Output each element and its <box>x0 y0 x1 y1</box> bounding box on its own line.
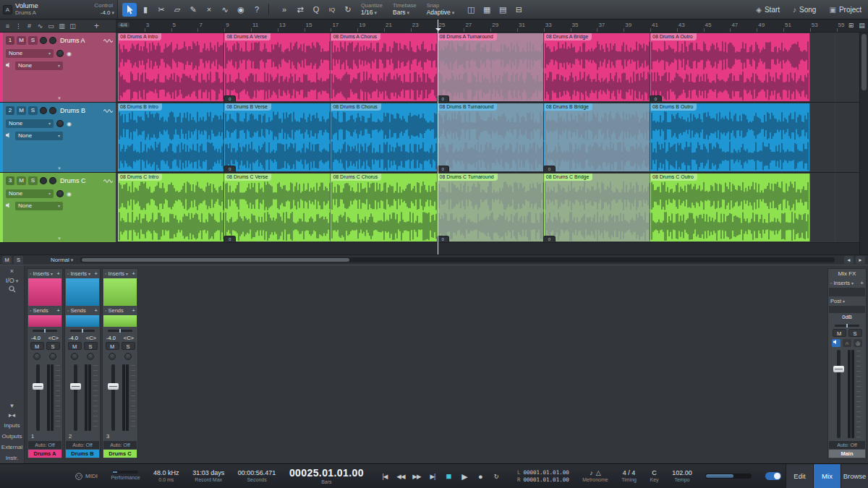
main-channel-name[interactable]: Main <box>829 450 865 458</box>
listen-tool[interactable]: ◉ <box>234 3 248 17</box>
channel-mute-button[interactable]: M <box>106 342 119 350</box>
project-page-button[interactable]: ▣Project <box>822 0 868 19</box>
io-select[interactable]: I/O <box>0 276 24 286</box>
audio-clip[interactable]: 08 Drums A Turnaround <box>438 33 544 101</box>
expand-track-icon[interactable]: ▾ <box>58 95 61 101</box>
paint-tool[interactable]: ✎ <box>186 3 200 17</box>
grid-view-button[interactable]: ▦ <box>480 3 494 17</box>
audio-clip[interactable]: 08 Drums B Outro <box>650 103 810 171</box>
expand-track-icon[interactable]: ▾ <box>58 236 61 241</box>
track-solo-button[interactable]: S <box>28 36 38 45</box>
talkback-icon[interactable]: ◎ <box>854 339 862 347</box>
seconds-display[interactable]: 00:00:56.471 Seconds <box>238 469 276 483</box>
audio-clip[interactable]: 08 Drums B Chorus <box>331 103 437 171</box>
track-monitor-button[interactable] <box>49 107 56 114</box>
scroll-left-button[interactable]: ◂ <box>844 256 854 264</box>
track-solo-button[interactable]: S <box>28 106 38 115</box>
channel-name[interactable]: Drums B <box>66 450 99 458</box>
add-track-button[interactable]: + <box>91 21 102 31</box>
track-solo-button[interactable]: S <box>28 176 38 185</box>
scroll-right-button[interactable]: ▸ <box>856 256 865 264</box>
main-volume-fader[interactable] <box>837 350 841 438</box>
track-output-select[interactable]: None▾ <box>15 202 63 210</box>
global-mute-button[interactable]: M <box>2 256 12 264</box>
audio-clip[interactable]: 08 Drums A Bridge <box>544 33 650 101</box>
track-output-select[interactable]: None▾ <box>15 132 63 140</box>
monitor-knob[interactable] <box>49 353 56 360</box>
tempo-display[interactable]: 102.00 Tempo <box>672 469 692 483</box>
input-gain-knob[interactable] <box>56 190 64 197</box>
sends-panel[interactable] <box>66 315 99 327</box>
clip-marker[interactable]: 0 <box>224 95 236 102</box>
inserts-panel[interactable] <box>28 278 61 306</box>
clip-marker[interactable]: 0 <box>543 236 556 242</box>
timebase-setting[interactable]: Timebase Bars <box>393 2 417 16</box>
loop-button[interactable]: ↻ <box>488 470 503 483</box>
automation-parameter-box[interactable]: A Volume Control Drums A -4.0 <box>0 0 118 19</box>
sends-header[interactable]: ◦Sends+ <box>27 306 62 315</box>
main-inserts-header[interactable]: ◦ Inserts ▾ + <box>828 278 866 288</box>
pan-control[interactable] <box>70 330 95 332</box>
view-options-button[interactable]: ▤ <box>856 20 867 30</box>
clip-marker[interactable]: 0 <box>650 95 662 102</box>
track-record-arm-button[interactable] <box>40 107 47 114</box>
record-button[interactable]: ● <box>472 470 488 483</box>
timeline-ruler[interactable]: 4/4 ⊞▤ 357911131517192123252729313335373… <box>116 20 868 32</box>
fader-handle[interactable] <box>70 383 81 390</box>
tab-browse[interactable]: Browse <box>841 464 868 488</box>
fader-handle[interactable] <box>108 383 119 390</box>
tab-edit[interactable]: Edit <box>786 464 813 488</box>
io-bank-inputs[interactable]: Inputs <box>0 420 24 431</box>
input-quantize-toggle[interactable]: IQ <box>325 3 339 17</box>
channel-automation-mode[interactable]: Auto: Off <box>103 441 137 449</box>
inserts-header[interactable]: ◦Inserts▾+ <box>103 269 137 278</box>
clip-marker[interactable]: 0 <box>224 236 236 242</box>
channel-solo-button[interactable]: S <box>46 342 60 350</box>
add-insert-button[interactable]: + <box>57 270 60 277</box>
snap-value[interactable]: Adaptive <box>427 9 455 16</box>
audio-clip[interactable]: 08 Drums C Bridge <box>544 174 650 241</box>
track-lane[interactable]: 08 Drums C Intro08 Drums C Verse008 Drum… <box>116 173 868 242</box>
loop-follow-toggle[interactable]: ↻ <box>341 3 355 17</box>
dual-view-button[interactable]: ◫ <box>464 3 478 17</box>
bend-tool[interactable]: ∿ <box>218 3 232 17</box>
block-view-button[interactable]: ▭ <box>46 21 56 31</box>
click-icon[interactable]: ♪ <box>590 469 593 477</box>
collapse-down-icon[interactable]: ▾ <box>0 401 24 411</box>
io-bank-instr[interactable]: Instr. <box>0 453 24 463</box>
bars-display[interactable]: 00025.01.01.00 Bars <box>289 467 364 485</box>
start-page-button[interactable]: ◈Start <box>749 0 786 19</box>
sends-panel[interactable] <box>28 315 61 327</box>
audio-clip[interactable]: 08 Drums A Intro <box>118 33 224 101</box>
track-header[interactable]: 1MSDrums ANone▾◉None▾▾ <box>0 33 116 102</box>
go-to-end-button[interactable]: ▶| <box>425 470 440 483</box>
track-input-select[interactable]: None▾ <box>6 49 54 58</box>
main-fader-handle[interactable] <box>833 366 844 372</box>
add-insert-button[interactable]: + <box>132 270 135 277</box>
pan-control[interactable] <box>108 330 132 332</box>
channel-automation-mode[interactable]: Auto: Off <box>66 441 99 449</box>
track-menu-button[interactable]: ≡ <box>2 21 13 31</box>
audio-clip[interactable]: 08 Drums C Intro <box>118 174 224 241</box>
inserts-panel[interactable] <box>66 278 99 306</box>
channel-name[interactable]: Drums C <box>103 450 137 458</box>
rewind-button[interactable]: ◀◀ <box>393 470 408 483</box>
track-header[interactable]: 2MSDrums BNone▾◉None▾▾ <box>0 103 116 172</box>
performance-indicator[interactable]: Performance <box>111 471 140 481</box>
main-pan-control[interactable] <box>835 325 859 327</box>
track-monitor-button[interactable] <box>49 37 56 44</box>
audio-clip[interactable]: 08 Drums C Verse <box>224 174 331 241</box>
add-send-button[interactable]: + <box>57 307 60 314</box>
sends-header[interactable]: ◦Sends+ <box>103 306 137 315</box>
audio-device-icon[interactable]: ⊟ <box>511 3 526 17</box>
close-console-icon[interactable]: × <box>0 267 24 276</box>
channel-volume-fader[interactable] <box>36 364 40 431</box>
arrange-view[interactable]: 1MSDrums ANone▾◉None▾▾08 Drums A Intro08… <box>0 33 868 254</box>
return-to-zero-button[interactable]: |◀ <box>377 470 392 483</box>
audio-clip[interactable]: 08 Drums A Chorus <box>331 33 437 101</box>
layers-view-button[interactable]: ▥ <box>56 21 67 31</box>
clip-marker[interactable]: 0 <box>437 95 449 102</box>
output-volume-slider[interactable] <box>705 474 752 479</box>
arrow-tool[interactable] <box>122 3 137 17</box>
clip-marker[interactable]: 0 <box>437 166 449 172</box>
